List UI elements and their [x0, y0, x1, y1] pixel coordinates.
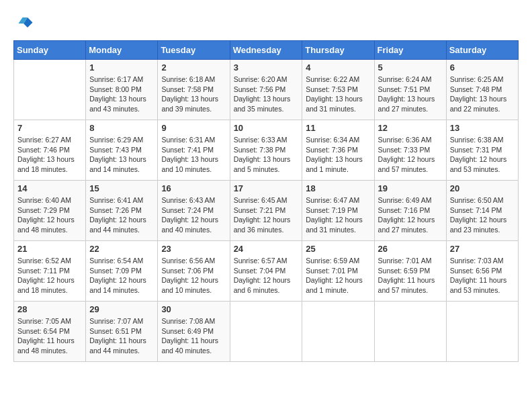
weekday-header-thursday: Thursday — [302, 41, 374, 60]
day-info: Sunrise: 6:25 AM Sunset: 7:48 PM Dayligh… — [450, 75, 515, 114]
day-info: Sunrise: 7:08 AM Sunset: 6:49 PM Dayligh… — [161, 316, 226, 356]
day-info: Sunrise: 6:59 AM Sunset: 7:01 PM Dayligh… — [306, 256, 370, 295]
calendar-day-cell: 25Sunrise: 6:59 AM Sunset: 7:01 PM Dayli… — [302, 241, 374, 302]
day-number: 2 — [161, 62, 226, 73]
calendar-day-cell: 15Sunrise: 6:41 AM Sunset: 7:26 PM Dayli… — [86, 181, 158, 241]
calendar-day-cell: 2Sunrise: 6:18 AM Sunset: 7:58 PM Daylig… — [158, 60, 230, 120]
day-number: 7 — [17, 123, 82, 133]
day-info: Sunrise: 6:41 AM Sunset: 7:26 PM Dayligh… — [89, 195, 154, 235]
calendar-day-cell: 10Sunrise: 6:33 AM Sunset: 7:38 PM Dayli… — [230, 120, 302, 181]
day-info: Sunrise: 7:03 AM Sunset: 6:56 PM Dayligh… — [450, 256, 515, 295]
calendar-day-cell: 22Sunrise: 6:54 AM Sunset: 7:09 PM Dayli… — [86, 241, 158, 302]
day-info: Sunrise: 7:07 AM Sunset: 6:51 PM Dayligh… — [89, 316, 154, 356]
calendar-week-row: 7Sunrise: 6:27 AM Sunset: 7:46 PM Daylig… — [14, 120, 519, 181]
calendar-day-cell: 14Sunrise: 6:40 AM Sunset: 7:29 PM Dayli… — [14, 181, 86, 241]
day-number: 9 — [161, 123, 226, 133]
day-info: Sunrise: 7:01 AM Sunset: 6:59 PM Dayligh… — [378, 256, 443, 295]
day-number: 22 — [89, 244, 154, 254]
calendar-day-cell: 18Sunrise: 6:47 AM Sunset: 7:19 PM Dayli… — [302, 181, 374, 241]
calendar-day-cell: 5Sunrise: 6:24 AM Sunset: 7:51 PM Daylig… — [374, 60, 446, 120]
calendar-day-cell: 13Sunrise: 6:38 AM Sunset: 7:31 PM Dayli… — [446, 120, 518, 181]
day-number: 5 — [378, 62, 443, 73]
day-number: 28 — [17, 304, 82, 314]
weekday-header-friday: Friday — [374, 41, 446, 60]
day-number: 14 — [17, 183, 82, 193]
day-number: 4 — [306, 62, 370, 73]
day-number: 16 — [161, 183, 226, 193]
day-info: Sunrise: 6:31 AM Sunset: 7:41 PM Dayligh… — [161, 135, 226, 175]
calendar-day-cell: 1Sunrise: 6:17 AM Sunset: 8:00 PM Daylig… — [86, 60, 158, 120]
day-number: 6 — [450, 62, 515, 73]
weekday-header-wednesday: Wednesday — [230, 41, 302, 60]
logo — [13, 13, 36, 34]
day-number: 1 — [89, 62, 154, 73]
calendar-table: SundayMondayTuesdayWednesdayThursdayFrid… — [13, 40, 519, 362]
day-number: 3 — [234, 62, 299, 73]
calendar-day-cell: 12Sunrise: 6:36 AM Sunset: 7:33 PM Dayli… — [374, 120, 446, 181]
day-info: Sunrise: 6:45 AM Sunset: 7:21 PM Dayligh… — [234, 195, 299, 235]
day-info: Sunrise: 6:36 AM Sunset: 7:33 PM Dayligh… — [378, 135, 443, 175]
day-info: Sunrise: 6:20 AM Sunset: 7:56 PM Dayligh… — [234, 75, 299, 114]
day-info: Sunrise: 6:27 AM Sunset: 7:46 PM Dayligh… — [17, 135, 82, 175]
logo-icon — [13, 13, 34, 34]
day-number: 20 — [450, 183, 515, 193]
calendar-day-cell: 19Sunrise: 6:49 AM Sunset: 7:16 PM Dayli… — [374, 181, 446, 241]
day-number: 25 — [306, 244, 370, 254]
day-info: Sunrise: 6:43 AM Sunset: 7:24 PM Dayligh… — [161, 195, 226, 235]
day-number: 24 — [234, 244, 299, 254]
day-info: Sunrise: 6:17 AM Sunset: 8:00 PM Dayligh… — [89, 75, 154, 114]
day-info: Sunrise: 6:57 AM Sunset: 7:04 PM Dayligh… — [234, 256, 299, 295]
weekday-header-row: SundayMondayTuesdayWednesdayThursdayFrid… — [14, 41, 519, 60]
day-info: Sunrise: 6:18 AM Sunset: 7:58 PM Dayligh… — [161, 75, 226, 114]
calendar-week-row: 14Sunrise: 6:40 AM Sunset: 7:29 PM Dayli… — [14, 181, 519, 241]
weekday-header-tuesday: Tuesday — [158, 41, 230, 60]
calendar-day-cell: 7Sunrise: 6:27 AM Sunset: 7:46 PM Daylig… — [14, 120, 86, 181]
calendar-day-cell: 29Sunrise: 7:07 AM Sunset: 6:51 PM Dayli… — [86, 302, 158, 362]
calendar-day-cell: 28Sunrise: 7:05 AM Sunset: 6:54 PM Dayli… — [14, 302, 86, 362]
day-number: 19 — [378, 183, 443, 193]
calendar-day-cell: 30Sunrise: 7:08 AM Sunset: 6:49 PM Dayli… — [158, 302, 230, 362]
calendar-day-cell: 3Sunrise: 6:20 AM Sunset: 7:56 PM Daylig… — [230, 60, 302, 120]
calendar-day-cell: 16Sunrise: 6:43 AM Sunset: 7:24 PM Dayli… — [158, 181, 230, 241]
day-info: Sunrise: 6:50 AM Sunset: 7:14 PM Dayligh… — [450, 195, 515, 235]
day-number: 15 — [89, 183, 154, 193]
calendar-day-cell: 23Sunrise: 6:56 AM Sunset: 7:06 PM Dayli… — [158, 241, 230, 302]
day-info: Sunrise: 6:52 AM Sunset: 7:11 PM Dayligh… — [17, 256, 82, 295]
day-number: 23 — [161, 244, 226, 254]
day-info: Sunrise: 7:05 AM Sunset: 6:54 PM Dayligh… — [17, 316, 82, 356]
calendar-day-cell: 21Sunrise: 6:52 AM Sunset: 7:11 PM Dayli… — [14, 241, 86, 302]
calendar-day-cell: 27Sunrise: 7:03 AM Sunset: 6:56 PM Dayli… — [446, 241, 518, 302]
day-info: Sunrise: 6:49 AM Sunset: 7:16 PM Dayligh… — [378, 195, 443, 235]
calendar-day-cell: 20Sunrise: 6:50 AM Sunset: 7:14 PM Dayli… — [446, 181, 518, 241]
page-header — [13, 13, 519, 34]
calendar-day-cell: 9Sunrise: 6:31 AM Sunset: 7:41 PM Daylig… — [158, 120, 230, 181]
day-info: Sunrise: 6:34 AM Sunset: 7:36 PM Dayligh… — [306, 135, 370, 175]
day-number: 12 — [378, 123, 443, 133]
empty-cell — [302, 302, 374, 362]
calendar-day-cell: 4Sunrise: 6:22 AM Sunset: 7:53 PM Daylig… — [302, 60, 374, 120]
day-number: 26 — [378, 244, 443, 254]
empty-cell — [446, 302, 518, 362]
calendar-day-cell: 8Sunrise: 6:29 AM Sunset: 7:43 PM Daylig… — [86, 120, 158, 181]
day-number: 17 — [234, 183, 299, 193]
day-number: 8 — [89, 123, 154, 133]
calendar-day-cell: 26Sunrise: 7:01 AM Sunset: 6:59 PM Dayli… — [374, 241, 446, 302]
calendar-week-row: 1Sunrise: 6:17 AM Sunset: 8:00 PM Daylig… — [14, 60, 519, 120]
day-number: 11 — [306, 123, 370, 133]
day-info: Sunrise: 6:40 AM Sunset: 7:29 PM Dayligh… — [17, 195, 82, 235]
weekday-header-monday: Monday — [86, 41, 158, 60]
day-number: 18 — [306, 183, 370, 193]
calendar-day-cell: 17Sunrise: 6:45 AM Sunset: 7:21 PM Dayli… — [230, 181, 302, 241]
day-number: 29 — [89, 304, 154, 314]
day-info: Sunrise: 6:24 AM Sunset: 7:51 PM Dayligh… — [378, 75, 443, 114]
day-info: Sunrise: 6:22 AM Sunset: 7:53 PM Dayligh… — [306, 75, 370, 114]
day-number: 10 — [234, 123, 299, 133]
day-info: Sunrise: 6:54 AM Sunset: 7:09 PM Dayligh… — [89, 256, 154, 295]
calendar-week-row: 21Sunrise: 6:52 AM Sunset: 7:11 PM Dayli… — [14, 241, 519, 302]
day-number: 27 — [450, 244, 515, 254]
day-info: Sunrise: 6:56 AM Sunset: 7:06 PM Dayligh… — [161, 256, 226, 295]
day-info: Sunrise: 6:47 AM Sunset: 7:19 PM Dayligh… — [306, 195, 370, 235]
day-info: Sunrise: 6:38 AM Sunset: 7:31 PM Dayligh… — [450, 135, 515, 175]
empty-cell — [374, 302, 446, 362]
day-number: 21 — [17, 244, 82, 254]
